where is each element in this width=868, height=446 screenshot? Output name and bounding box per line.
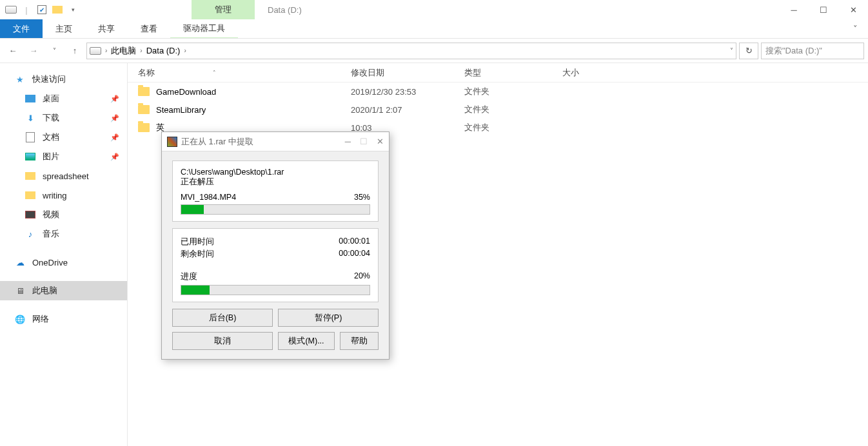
sidebar-spreadsheet[interactable]: spreadsheet (0, 166, 127, 186)
dialog-titlebar[interactable]: 正在从 1.rar 中提取 ─ ☐ ✕ (162, 132, 389, 151)
tab-drive-tools[interactable]: 驱动器工具 (170, 19, 238, 38)
pin-icon: 📌 (110, 133, 119, 142)
sidebar-label: OneDrive (32, 258, 68, 267)
minimize-button[interactable]: ─ (779, 0, 809, 19)
chevron-right-icon[interactable]: › (105, 47, 107, 54)
help-button[interactable]: 帮助 (340, 332, 379, 350)
nav-sidebar: ★快速访问 桌面📌 ⬇下载📌 文档📌 图片📌 spreadsheet writi… (0, 63, 128, 446)
sidebar-writing[interactable]: writing (0, 186, 127, 205)
sidebar-label: 视频 (43, 209, 59, 220)
sidebar-pictures[interactable]: 图片📌 (0, 147, 127, 166)
sidebar-label: writing (43, 191, 67, 200)
ribbon-tabs: 文件 主页 共享 查看 驱动器工具 ˅ (0, 19, 868, 39)
tab-file[interactable]: 文件 (0, 19, 43, 38)
maximize-button[interactable]: ☐ (809, 0, 838, 19)
sidebar-label: 网络 (32, 313, 49, 325)
search-input[interactable]: 搜索"Data (D:)" (761, 43, 864, 59)
network-icon: 🌐 (14, 313, 26, 325)
address-dropdown-icon[interactable]: ˅ (730, 47, 733, 54)
dialog-close-button[interactable]: ✕ (377, 137, 384, 146)
file-date: 2019/12/30 23:53 (340, 87, 454, 97)
address-bar[interactable]: › 此电脑 › Data (D:) › ˅ (86, 43, 736, 59)
col-date[interactable]: 修改日期 (340, 67, 454, 79)
chevron-right-icon[interactable]: › (184, 47, 186, 54)
progress-label: 进度 (181, 271, 197, 282)
breadcrumb-current[interactable]: Data (D:) (146, 46, 181, 55)
dialog-archive-path: C:\Users\wang\Desktop\1.rar (181, 168, 370, 177)
dialog-time-section: 已用时间00:00:01 剩余时间00:00:04 进度20% (172, 228, 379, 302)
sidebar-label: spreadsheet (43, 171, 89, 181)
chevron-right-icon[interactable]: › (140, 47, 142, 54)
ribbon-expand-icon[interactable]: ˅ (842, 19, 868, 38)
tab-share[interactable]: 共享 (85, 19, 128, 38)
video-icon (25, 209, 36, 220)
qat-properties-icon[interactable]: ✔ (36, 4, 48, 15)
star-icon: ★ (14, 73, 26, 85)
breadcrumb-root[interactable]: 此电脑 (111, 45, 136, 57)
mode-button[interactable]: 模式(M)... (278, 332, 335, 350)
tab-view[interactable]: 查看 (128, 19, 170, 38)
file-type: 文件夹 (454, 86, 552, 97)
sidebar-network[interactable]: 🌐网络 (0, 309, 127, 329)
document-icon (25, 131, 36, 143)
pause-button[interactable]: 暂停(P) (278, 309, 379, 327)
sidebar-onedrive[interactable]: ☁OneDrive (0, 253, 127, 272)
sidebar-label: 图片 (43, 151, 59, 162)
back-button[interactable]: ← (4, 42, 22, 60)
dialog-maximize-button[interactable]: ☐ (360, 137, 368, 146)
refresh-button[interactable]: ↻ (739, 43, 758, 59)
file-row[interactable]: SteamLibrary 2020/1/1 2:07 文件夹 (128, 101, 868, 119)
pictures-icon (25, 151, 36, 162)
dialog-extracting-label: 正在解压 (181, 177, 370, 188)
qat-newfolder-icon[interactable] (52, 4, 63, 15)
sidebar-documents[interactable]: 文档📌 (0, 128, 127, 147)
file-name: SteamLibrary (156, 105, 206, 115)
sidebar-label: 桌面 (43, 93, 59, 104)
close-button[interactable]: ✕ (838, 0, 868, 19)
folder-icon (138, 105, 150, 114)
progress-percent: 20% (354, 271, 370, 282)
cloud-icon: ☁ (14, 257, 26, 268)
sidebar-videos[interactable]: 视频 (0, 205, 127, 224)
cancel-button[interactable]: 取消 (172, 332, 273, 350)
folder-icon (138, 123, 150, 132)
folder-icon (138, 87, 150, 96)
col-size[interactable]: 大小 (552, 67, 629, 79)
file-type: 文件夹 (454, 122, 552, 133)
sort-asc-icon: ˄ (213, 70, 216, 76)
dialog-title: 正在从 1.rar 中提取 (181, 136, 253, 148)
total-progress-bar (181, 285, 370, 295)
folder-icon (25, 170, 36, 182)
sidebar-label: 此电脑 (32, 285, 57, 296)
file-name: GameDownload (156, 87, 216, 97)
col-type[interactable]: 类型 (454, 67, 552, 79)
quick-access-toolbar: | ✔ ▾ (0, 4, 79, 15)
sidebar-downloads[interactable]: ⬇下载📌 (0, 108, 127, 128)
file-row[interactable]: GameDownload 2019/12/30 23:53 文件夹 (128, 82, 868, 101)
folder-icon (25, 189, 36, 201)
tab-home[interactable]: 主页 (43, 19, 85, 38)
dialog-current-file: MVI_1984.MP4 (181, 193, 236, 202)
elapsed-label: 已用时间 (181, 237, 214, 247)
remain-value: 00:00:04 (339, 249, 370, 260)
recent-dropdown-icon[interactable]: ˅ (45, 42, 63, 60)
pin-icon: 📌 (110, 95, 119, 103)
sidebar-music[interactable]: ♪音乐 (0, 224, 127, 244)
dialog-file-percent: 35% (354, 193, 370, 202)
contextual-tab-manage[interactable]: 管理 (192, 0, 255, 19)
sidebar-quick-access[interactable]: ★快速访问 (0, 70, 127, 89)
sidebar-this-pc[interactable]: 🖥此电脑 (0, 281, 127, 300)
up-button[interactable]: ↑ (66, 42, 84, 60)
dialog-minimize-button[interactable]: ─ (345, 137, 351, 146)
col-name[interactable]: 名称˄ (128, 67, 340, 79)
titlebar: | ✔ ▾ 管理 Data (D:) ─ ☐ ✕ (0, 0, 868, 19)
file-date: 2020/1/1 2:07 (340, 105, 454, 115)
sidebar-label: 下载 (43, 112, 59, 124)
background-button[interactable]: 后台(B) (172, 309, 273, 327)
qat-dropdown-icon[interactable]: ▾ (67, 4, 79, 15)
forward-button[interactable]: → (25, 42, 43, 60)
sidebar-desktop[interactable]: 桌面📌 (0, 89, 127, 108)
qat-divider: | (21, 4, 32, 15)
file-list: GameDownload 2019/12/30 23:53 文件夹 SteamL… (128, 82, 868, 137)
sidebar-label: 快速访问 (32, 73, 66, 85)
